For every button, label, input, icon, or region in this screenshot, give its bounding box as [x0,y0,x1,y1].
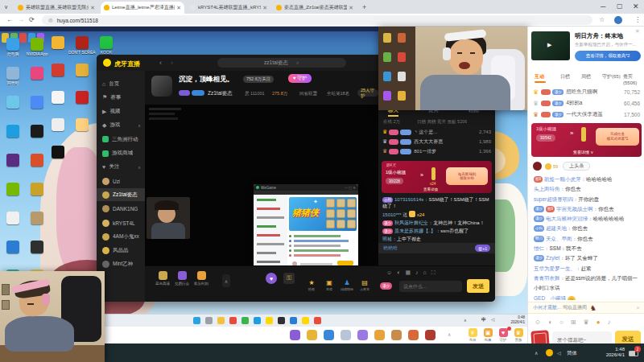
app-forward-icon[interactable]: › [171,59,173,67]
desktop-icon[interactable] [31,125,51,138]
ime-indicator[interactable]: 简体 [567,350,577,357]
race-notice-row[interactable]: 小何才震航... 驾临直播间 ♞ ✕ [528,302,644,314]
app-back-icon[interactable]: ‹ [159,59,162,67]
gift-collapse-icon[interactable]: ∧ [448,331,451,337]
sidebar-tab-互动[interactable]: 互动 [535,73,544,80]
emoji-toolbar-icon[interactable]: ♛ [584,319,589,326]
fan-banner-button[interactable]: 海克斯福利领取补给 [446,167,488,185]
refresh-icon[interactable]: ⟳ [29,16,35,23]
speaker-icon[interactable]: ◁ [491,317,494,322]
app-search-box[interactable]: zz1tai姿态 ⌕ [217,58,346,68]
taskbar-app-icon[interactable] [205,317,213,324]
desktop-icon[interactable] [31,67,51,80]
sidebar-item-4AM小鬼xx[interactable]: 4AM小鬼xx [97,230,145,243]
toolbar-item-欢乐时刻[interactable]: 欢乐时刻 [192,271,211,286]
gift-icon[interactable]: ♥ [266,273,277,284]
system-clock[interactable]: 1:48 2026/4/1 [594,347,625,358]
ad-button[interactable]: 查看详情，领取最高*2 [575,51,641,61]
collapse-arrow-icon[interactable]: ∧ [138,123,141,128]
sidebar-item-三角洲行动[interactable]: 三角洲行动 [97,133,145,146]
taskbar-app-icon[interactable] [302,317,309,324]
desktop-icon[interactable] [6,241,27,254]
race-close-icon[interactable]: ✕ [636,305,640,311]
desktop-icon[interactable] [52,36,72,50]
game-banner[interactable]: 猪猪侠 ✦ [289,197,357,231]
fanclub-banner[interactable]: 1级小碗骚 30/542 » 完成任务领花式弹幕*1 查看详情 ∨ [531,123,642,157]
taskbar-app-icon[interactable] [290,317,297,324]
back-icon[interactable]: ← [6,16,13,23]
gift-item[interactable] [357,330,368,340]
taskbar-app-icon[interactable] [314,317,321,324]
sidebar-item-视频[interactable]: ▶视频 [97,105,145,118]
key-icon[interactable]: ⚿ [283,273,295,284]
desktop-icon[interactable] [52,146,72,159]
sidebar-item-kRYST4L[interactable]: kRYST4L [97,216,145,229]
forward-icon[interactable]: → [18,16,24,23]
browser-tab[interactable]: 英雄联盟直播_英雄联盟无限火力✕ [14,2,98,14]
fan-banner-button[interactable]: 完成任务领花式弹幕*1 [596,128,639,146]
guard-button[interactable]: ♥ 守护 [288,74,312,83]
desktop-icon[interactable] [6,154,27,167]
window-maximize-button[interactable]: ▢ [617,2,623,10]
app-reply-row[interactable]: 艳艳哈 签+1 [378,243,495,253]
send-button[interactable]: 发送 [615,331,641,343]
giftbar-action-守护[interactable]: ♥守护 [496,328,510,342]
rank-row[interactable]: ♛漂少一代大侠李逍遥17,500 [528,109,644,120]
gift-item[interactable] [408,330,419,340]
tab-close-icon[interactable]: ✕ [176,5,181,11]
emoji-toolbar-icon[interactable]: ☺ [535,319,541,326]
sidebar-tab-日榜[interactable]: 日榜 [560,73,570,80]
input-toolbar-icon[interactable]: ♪ [415,269,419,276]
emoji-toolbar-icon[interactable]: ◐ [548,319,552,326]
desktop-icon[interactable] [6,96,27,109]
tab-search-caret-icon[interactable]: ∨ [4,4,8,10]
window-close-button[interactable]: ✕ [633,2,639,10]
tab-close-icon[interactable]: ✕ [262,5,267,11]
reply-tag[interactable]: 签+1 [475,245,490,252]
desktop-icon[interactable] [52,118,72,132]
sidebar-tab-贵宾(5506)[interactable]: 贵宾(5506) [623,73,644,85]
app-rank-row[interactable]: ♛西大大大赛恩1,989 [378,137,495,146]
gift-item[interactable] [307,330,317,340]
gift-item[interactable] [290,330,300,340]
taskbar-app-icon[interactable] [217,317,225,324]
rank-row[interactable]: ♛漂少4郭郭a60,456 [528,97,644,109]
guards-count[interactable]: 25人守护 [357,89,378,97]
app-chat-input[interactable] [399,281,462,292]
browser-menu-icon[interactable]: ⋮ [634,16,641,23]
desktop-icon[interactable]: 回收站 [6,67,27,85]
desktop-icon[interactable] [31,154,51,167]
giftbar-action-包裹[interactable]: ▣包裹 [481,328,495,342]
ime-indicator[interactable]: 中 [481,317,486,323]
app-fanclub-banner[interactable]: 第4天 1级小碗骚 30/228 » x24 海克斯福利领取补给 查看详情 [382,161,492,193]
sidebar-item-风晶晶[interactable]: 风晶晶 [97,245,145,257]
sidebar-item-Uzi[interactable]: Uzi [97,175,145,187]
taskbar-app-icon[interactable] [229,317,237,324]
taskbar-app-icon[interactable] [193,317,200,324]
streamer-avatar[interactable] [151,76,172,97]
giftbar-action-充值[interactable]: ¥充值 [465,328,480,342]
input-toolbar-icon[interactable]: ◐ [397,269,400,276]
sidebar-item-首页[interactable]: ⌂首页 [97,77,145,90]
ad-title[interactable]: 明日方舟：终末地 [575,32,636,40]
game-window-controls[interactable]: ─ ▢ ✕ [345,186,356,190]
sidebar-tab-守护(65)[interactable]: 守护(65) [602,73,621,80]
taskbar-app-icon[interactable] [242,317,249,324]
sidebar-item-Zz1tai姿态[interactable]: Zz1tai姿态 [97,188,145,201]
taskbar-app-icon[interactable] [266,317,273,324]
emoji-toolbar-icon[interactable]: ⊞ [571,319,576,326]
desktop-icon[interactable]: NVIDIA App [31,38,51,56]
site-info-icon[interactable]: ◎ [48,17,53,23]
desktop-icon[interactable] [31,212,51,225]
collapse-icon[interactable]: ∧ [222,274,230,287]
bookmark-star-icon[interactable]: ☆ [599,16,605,23]
gift-item[interactable] [341,330,351,340]
new-tab-button[interactable]: + [362,3,366,11]
desktop-icon[interactable]: KOOK [100,36,120,55]
desktop-icon[interactable] [31,183,51,196]
streamer-clock[interactable]: 0:48 2026/4/1 [502,315,525,325]
emoji-toolbar-icon[interactable]: ♪ [608,319,611,326]
app-rank-row[interactable]: ♛丶这个是...2,743 [378,127,495,137]
tray-chevron-icon[interactable]: ∧ [464,318,467,323]
desktop-icon[interactable] [76,64,96,77]
